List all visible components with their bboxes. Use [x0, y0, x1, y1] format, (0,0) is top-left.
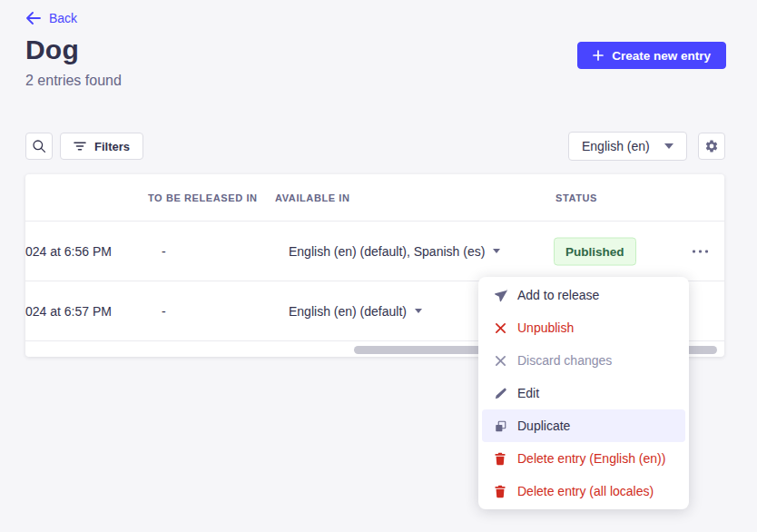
row-actions-menu: Add to release Unpublish Discard changes…	[478, 277, 689, 509]
pencil-icon	[493, 387, 507, 400]
chevron-down-icon	[415, 309, 422, 313]
menu-item-delete-entry-all-locales[interactable]: Delete entry (all locales)	[478, 475, 689, 507]
chevron-down-icon	[493, 249, 500, 253]
settings-button[interactable]	[698, 133, 725, 160]
table-header-row: TO BE RELEASED IN AVAILABLE IN STATUS	[25, 174, 724, 222]
menu-item-unpublish[interactable]: Unpublish	[478, 311, 689, 344]
page-title: Dog	[25, 34, 79, 65]
menu-item-add-to-release[interactable]: Add to release	[478, 279, 689, 311]
gear-icon	[704, 139, 719, 153]
back-label: Back	[49, 11, 77, 25]
row-actions-button[interactable]	[689, 246, 712, 256]
entries-count: 2 entries found	[25, 73, 122, 89]
search-button[interactable]	[25, 133, 53, 160]
status-badge: Published	[554, 237, 636, 265]
column-header-available-in: AVAILABLE IN	[275, 192, 350, 203]
trash-icon	[493, 485, 507, 498]
search-icon	[32, 139, 46, 153]
filters-button[interactable]: Filters	[60, 133, 143, 160]
column-header-to-be-released-in: TO BE RELEASED IN	[148, 192, 258, 203]
menu-item-duplicate[interactable]: Duplicate	[482, 409, 685, 442]
back-arrow-icon	[25, 12, 41, 25]
to-be-released-cell: -	[162, 244, 166, 259]
menu-item-edit[interactable]: Edit	[478, 377, 689, 409]
back-link[interactable]: Back	[25, 11, 77, 25]
locale-select[interactable]: English (en)	[568, 132, 687, 161]
duplicate-icon	[493, 419, 507, 433]
filter-icon	[74, 142, 86, 151]
trash-icon	[493, 452, 507, 466]
cross-icon	[493, 355, 507, 367]
updated-at-cell: 024 at 6:56 PM	[25, 244, 112, 259]
updated-at-cell: 024 at 6:57 PM	[25, 304, 112, 319]
column-header-status: STATUS	[555, 192, 597, 203]
menu-item-delete-entry-locale[interactable]: Delete entry (English (en))	[478, 442, 689, 475]
to-be-released-cell: -	[162, 304, 166, 319]
available-in-cell[interactable]: English (en) (default), Spanish (es)	[289, 244, 500, 259]
cross-icon	[493, 322, 507, 334]
chevron-down-icon	[664, 143, 673, 149]
table-row[interactable]: 024 at 6:56 PM - English (en) (default),…	[25, 222, 724, 281]
available-in-cell[interactable]: English (en) (default)	[289, 304, 422, 319]
create-new-entry-button[interactable]: Create new entry	[577, 42, 726, 69]
locale-select-value: English (en)	[582, 139, 650, 153]
menu-item-discard-changes[interactable]: Discard changes	[478, 344, 689, 377]
plus-icon	[593, 50, 604, 61]
content-manager-list-view: Back Dog 2 entries found Create new entr…	[0, 0, 757, 532]
send-icon	[493, 289, 507, 302]
